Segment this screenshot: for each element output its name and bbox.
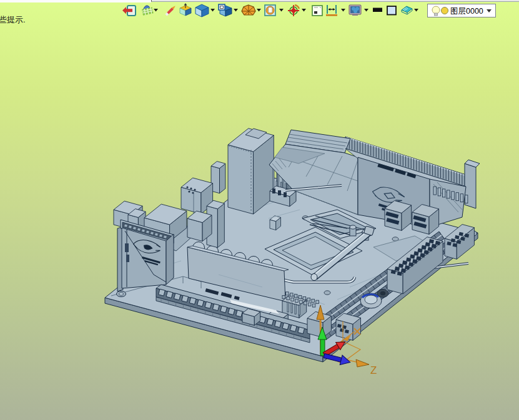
svg-text:Z: Z bbox=[370, 364, 377, 376]
